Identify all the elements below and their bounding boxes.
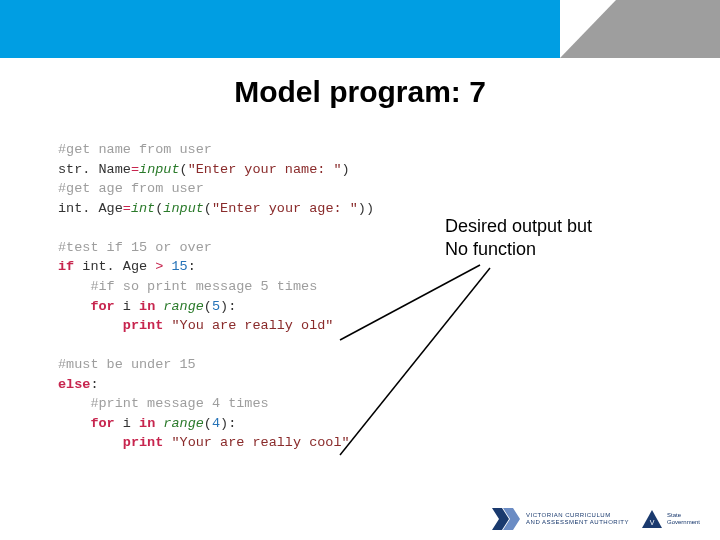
slide-title: Model program: 7 <box>0 75 720 109</box>
vic-line: Government <box>667 519 700 526</box>
chevron-icon <box>492 508 520 530</box>
code-comment: #if so print message 5 times <box>58 279 317 294</box>
triangle-icon: V <box>641 508 663 530</box>
header-grey-stripe <box>560 0 720 58</box>
annotation-text: Desired output but No function <box>445 215 592 260</box>
code-comment: #get age from user <box>58 181 204 196</box>
code-token: : <box>90 377 98 392</box>
code-token: else <box>58 377 90 392</box>
code-token: )) <box>358 201 374 216</box>
code-token: ) <box>342 162 350 177</box>
annotation-line: Desired output but <box>445 215 592 238</box>
code-token: str. Name <box>58 162 131 177</box>
code-token: in <box>139 416 155 431</box>
header-bar <box>0 0 720 58</box>
code-token: = <box>131 162 139 177</box>
vcaa-line: Victorian Curriculum <box>526 512 629 519</box>
code-token: ( <box>180 162 188 177</box>
code-token: "Your are really cool" <box>163 435 349 450</box>
footer: Victorian Curriculum and Assessment Auth… <box>0 498 720 540</box>
code-token: ( <box>204 299 212 314</box>
svg-text:V: V <box>650 519 655 526</box>
code-token: "You are really old" <box>163 318 333 333</box>
code-token: = <box>123 201 131 216</box>
code-token: "Enter your age: " <box>212 201 358 216</box>
vic-text: State Government <box>667 512 700 525</box>
code-token: for <box>58 416 115 431</box>
code-token: in <box>139 299 155 314</box>
code-token: range <box>155 416 204 431</box>
code-token: i <box>115 416 139 431</box>
code-comment: #print message 4 times <box>58 396 269 411</box>
code-token: int. Age <box>74 259 155 274</box>
code-token: for <box>58 299 115 314</box>
vic-line: State <box>667 512 700 519</box>
code-token: input <box>163 201 204 216</box>
code-comment: #test if 15 or over <box>58 240 212 255</box>
code-block: #get name from user str. Name=input("Ent… <box>58 140 374 453</box>
code-token: int. Age <box>58 201 123 216</box>
code-token: ( <box>204 201 212 216</box>
code-token: : <box>188 259 196 274</box>
code-token: input <box>139 162 180 177</box>
code-token: 5 <box>212 299 220 314</box>
code-token: if <box>58 259 74 274</box>
code-token: print <box>58 435 163 450</box>
annotation-line: No function <box>445 238 592 261</box>
code-token: print <box>58 318 163 333</box>
code-token: i <box>115 299 139 314</box>
code-token: ( <box>204 416 212 431</box>
header-blue-stripe <box>0 0 560 58</box>
code-comment: #must be under 15 <box>58 357 196 372</box>
code-token: 15 <box>163 259 187 274</box>
code-token: ): <box>220 416 236 431</box>
victoria-logo: V State Government <box>641 508 700 530</box>
vcaa-line: and Assessment Authority <box>526 519 629 526</box>
vcaa-text: Victorian Curriculum and Assessment Auth… <box>526 512 629 525</box>
code-token: 4 <box>212 416 220 431</box>
code-token: range <box>155 299 204 314</box>
code-token: int <box>131 201 155 216</box>
code-comment: #get name from user <box>58 142 212 157</box>
code-token: ): <box>220 299 236 314</box>
code-token: "Enter your name: " <box>188 162 342 177</box>
vcaa-logo: Victorian Curriculum and Assessment Auth… <box>492 508 629 530</box>
